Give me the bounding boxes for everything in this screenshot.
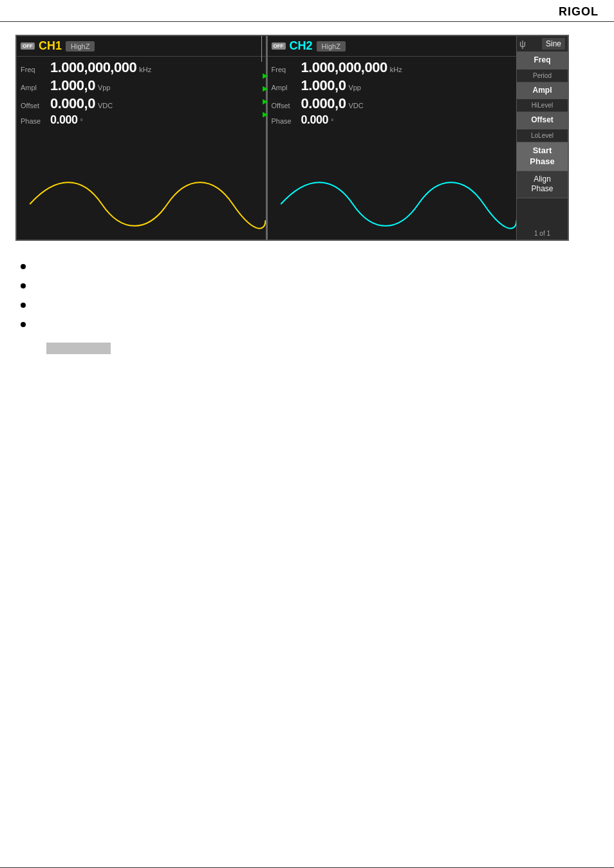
ch1-ampl-value: 1.000,0 (50, 77, 95, 94)
ch1-header: OFF CH1 HighZ (17, 36, 266, 57)
ch1-phase-row: Phase 0.000 ° (21, 113, 262, 127)
freq-button[interactable]: Freq (517, 52, 568, 70)
oscilloscope-display: OFF CH1 HighZ Freq 1.000,000,000 kHz Amp… (15, 35, 569, 241)
ch1-ampl-label: Ampl (21, 84, 48, 91)
ch2-offset-value: 0.000,0 (301, 95, 346, 112)
bullet-3 (21, 299, 593, 308)
body-text (15, 260, 599, 357)
ch1-phase-unit: ° (80, 117, 83, 125)
ch1-offset-label: Offset (21, 102, 48, 109)
ampl-button[interactable]: Ampl (517, 82, 568, 100)
period-button[interactable]: Period (517, 70, 568, 82)
ch2-ampl-unit: Vpp (348, 84, 361, 91)
bullet-dot-4 (21, 322, 26, 327)
sidebar-page: 1 of 1 (517, 227, 568, 240)
ch2-ampl-value: 1.000,0 (301, 77, 346, 94)
ch1-offset-row: Offset 0.000,0 VDC (21, 95, 262, 112)
ch2-phase-row: Phase 0.000 ° (272, 113, 513, 127)
highlight-bar (46, 343, 111, 354)
page-header: RIGOL (0, 0, 614, 22)
bullet-4 (21, 318, 593, 327)
ch1-freq-row: Freq 1.000,000,000 kHz (21, 59, 262, 76)
wave-type-label[interactable]: Sine (542, 38, 565, 50)
trigger-icon: ψ (519, 39, 526, 49)
ch1-offset-value: 0.000,0 (50, 95, 95, 112)
ch1-phase-value: 0.000 (50, 113, 78, 127)
ch2-offset-row: Offset 0.000,0 VDC (272, 95, 513, 112)
ch2-params: Freq 1.000,000,000 kHz Ampl 1.000,0 Vpp … (268, 57, 517, 166)
ch2-header: OFF CH2 HighZ (268, 36, 517, 57)
ch1-waveform (17, 169, 266, 240)
ch2-panel: OFF CH2 HighZ Freq 1.000,000,000 kHz Amp… (268, 36, 517, 240)
ch1-offset-unit: VDC (98, 102, 113, 109)
ch2-ampl-label: Ampl (272, 84, 299, 91)
bullet-dot-1 (21, 264, 26, 269)
ch2-phase-value: 0.000 (301, 113, 329, 127)
header-logo: RIGOL (559, 5, 599, 19)
ch2-label: CH2 (290, 39, 313, 53)
ch1-phase-label: Phase (21, 117, 48, 125)
lolevel-button[interactable]: LoLevel (517, 129, 568, 142)
ch2-freq-value: 1.000,000,000 (301, 59, 387, 76)
ch2-phase-unit: ° (331, 117, 333, 125)
ch1-freq-label: Freq (21, 66, 48, 73)
ch1-off-badge: OFF (21, 42, 35, 50)
ch1-highz: HighZ (66, 41, 95, 52)
bullet-dot-3 (21, 303, 26, 308)
bullet-2 (21, 279, 593, 288)
align-phase-button[interactable]: Align Phase (517, 171, 568, 198)
offset-button[interactable]: Offset (517, 112, 568, 129)
ch2-offset-label: Offset (272, 102, 299, 109)
ch2-freq-row: Freq 1.000,000,000 kHz (272, 59, 513, 76)
ch1-freq-unit: kHz (139, 66, 151, 73)
ch2-offset-unit: VDC (348, 102, 363, 109)
right-sidebar: ψ Sine Freq Period Ampl HiLevel Offset L… (516, 36, 568, 240)
main-content: OFF CH1 HighZ Freq 1.000,000,000 kHz Amp… (0, 22, 614, 370)
bullet-dot-2 (21, 283, 26, 288)
ch2-freq-label: Freq (272, 66, 299, 73)
start-phase-button[interactable]: Start Phase (517, 142, 568, 171)
osc-panels: OFF CH1 HighZ Freq 1.000,000,000 kHz Amp… (17, 36, 516, 240)
ch2-highz: HighZ (317, 41, 346, 52)
ch1-ampl-unit: Vpp (98, 84, 111, 91)
bullet-1 (21, 260, 593, 269)
ch2-waveform (268, 169, 517, 240)
ch2-ampl-row: Ampl 1.000,0 Vpp (272, 77, 513, 94)
hilevel-button[interactable]: HiLevel (517, 99, 568, 112)
ch1-panel: OFF CH1 HighZ Freq 1.000,000,000 kHz Amp… (17, 36, 266, 240)
ch2-phase-label: Phase (272, 117, 299, 125)
ch2-freq-unit: kHz (390, 66, 402, 73)
ch1-ampl-row: Ampl 1.000,0 Vpp (21, 77, 262, 94)
ch2-off-badge: OFF (272, 42, 286, 50)
ch1-freq-value: 1.000,000,000 (50, 59, 136, 76)
ch1-label: CH1 (39, 39, 62, 53)
ch1-params: Freq 1.000,000,000 kHz Ampl 1.000,0 Vpp … (17, 57, 266, 166)
